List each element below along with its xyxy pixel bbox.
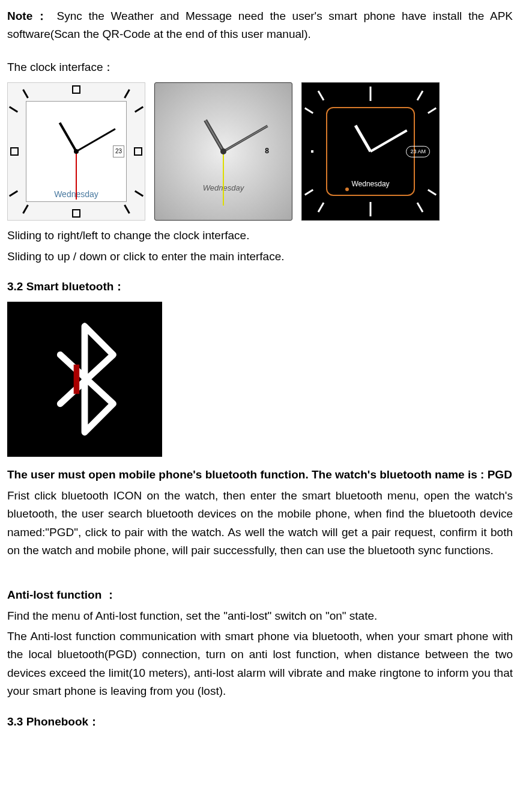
- bluetooth-image: [7, 302, 162, 457]
- antilost-title: Anti-lost function ：: [7, 586, 513, 604]
- antilost-line1: Find the menu of Anti-lost function, set…: [7, 607, 513, 625]
- clock-instruction-1: Sliding to right/left to change the cloc…: [7, 227, 513, 245]
- clock-interface-title: The clock interface：: [7, 58, 513, 76]
- note-paragraph: Note： Sync the Weather and Message need …: [7, 7, 513, 44]
- clock-face-2: 8 Wednesday: [154, 82, 292, 221]
- note-label: Note：: [7, 10, 50, 22]
- note-text: Sync the Weather and Message need the us…: [7, 10, 513, 40]
- bluetooth-title: 3.2 Smart bluetooth：: [7, 278, 513, 296]
- clock-1-date: 23: [113, 145, 124, 157]
- clock-3-day: Wednesday: [351, 179, 389, 190]
- clock-face-1: 23 Wednesday: [7, 82, 145, 221]
- phonebook-title: 3.3 Phonebook：: [7, 713, 513, 731]
- clock-face-row: 23 Wednesday 8 Wednesday 23 AM Wednesday: [7, 82, 513, 221]
- bluetooth-intro: The user must open mobile phone's blueto…: [7, 466, 513, 484]
- clock-face-3: 23 AM Wednesday: [301, 82, 440, 221]
- bluetooth-body: Frist click bluetooth ICON on the watch,…: [7, 487, 513, 560]
- antilost-body: The Anti-lost function communication wit…: [7, 627, 513, 701]
- clock-instruction-2: Sliding to up / down or click to enter t…: [7, 248, 513, 266]
- clock-2-date: 8: [265, 146, 269, 157]
- clock-3-date: 23 AM: [406, 146, 430, 157]
- bluetooth-icon: [43, 322, 127, 436]
